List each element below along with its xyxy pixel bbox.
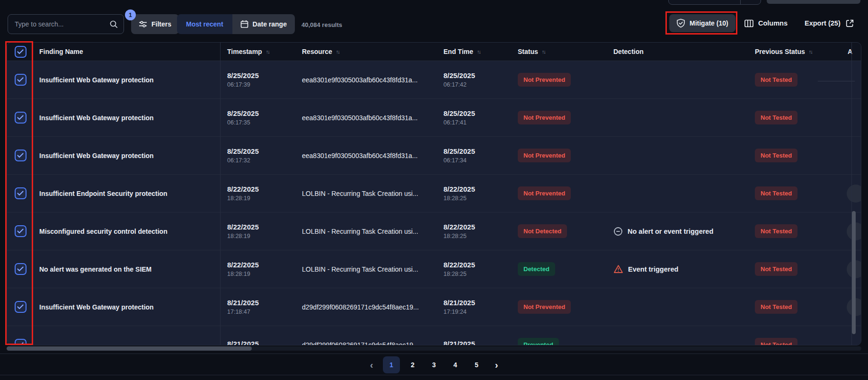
header-resource[interactable]: Resource ↑↓ [291, 48, 436, 55]
select-all-checkbox[interactable] [15, 46, 27, 58]
finding-name: Insufficient Endpoint Security protectio… [34, 190, 220, 197]
sort-arrows-icon[interactable]: ↑↓ [336, 49, 339, 54]
table-row[interactable]: Insufficient Endpoint Security protectio… [7, 174, 861, 212]
partial-input-divider [740, 0, 741, 4]
previous-status-cell: Not Tested [748, 224, 843, 238]
horizontal-scrollbar-thumb[interactable] [7, 346, 252, 351]
row-checkbox[interactable] [15, 112, 27, 124]
export-button[interactable]: Export (25) [805, 14, 854, 32]
previous-status-badge: Not Tested [755, 73, 797, 87]
mitigate-button[interactable]: Mitigate (10) [669, 14, 735, 32]
status-cell: Not Prevented [509, 300, 606, 314]
table-row[interactable]: Insufficient Web Gateway protection 8/21… [7, 288, 861, 326]
sort-arrows-icon[interactable]: ↑↓ [477, 49, 480, 54]
action-circle-button[interactable] [847, 185, 861, 203]
detection-label: Event triggered [628, 265, 678, 273]
export-label: Export (25) [805, 19, 841, 27]
end-time-cell: 8/25/2025 06:17:41 [436, 109, 509, 126]
previous-status-badge: Not Tested [755, 111, 797, 124]
end-time-date: 8/22/2025 [443, 261, 509, 269]
sort-arrows-icon[interactable]: ↑↓ [809, 49, 812, 54]
pagination-page-2[interactable]: 2 [404, 356, 421, 373]
external-link-icon [845, 19, 854, 28]
table-row[interactable]: Insufficient Web Gateway protection 8/25… [7, 98, 861, 136]
table-row[interactable]: Insufficient Web Gateway protection 8/25… [7, 136, 861, 174]
sort-segmented-control: Most recent Date range [177, 14, 295, 34]
timestamp-time: 18:28:19 [227, 195, 291, 202]
resource-value: eea8301e9f0305003afb60c43f8fd31a... [291, 152, 436, 159]
resource-value: LOLBIN - Recurring Task Creation usi... [291, 265, 436, 273]
header-status-label: Status [518, 48, 538, 55]
table-row[interactable]: 8/21/2025 d29df299f0608269171c9dc54f8aec… [7, 326, 861, 345]
timestamp-cell: 8/22/2025 18:28:19 [220, 223, 291, 239]
header-previous-status[interactable]: Previous Status ↑↓ [748, 48, 843, 55]
row-checkbox[interactable] [15, 187, 27, 199]
calendar-icon [240, 20, 248, 28]
detection-cell: No alert or event triggered [606, 227, 748, 236]
header-end-time[interactable]: End Time ↑↓ [436, 48, 509, 55]
pagination-page-5[interactable]: 5 [468, 356, 485, 373]
header-status[interactable]: Status ↑↓ [509, 48, 606, 55]
end-time-time: 06:17:34 [443, 157, 509, 164]
shield-check-icon [676, 18, 685, 28]
end-time-date: 8/25/2025 [443, 109, 509, 117]
status-cell: Prevented [509, 338, 606, 345]
footer-divider [0, 353, 868, 354]
previous-status-cell: Not Tested [748, 262, 843, 276]
sort-arrows-icon[interactable]: ↑↓ [542, 49, 545, 54]
finding-name: Insufficient Web Gateway protection [34, 152, 220, 159]
resource-value: LOLBIN - Recurring Task Creation usi... [291, 190, 436, 197]
row-checkbox-cell [7, 301, 34, 313]
status-badge: Not Prevented [518, 300, 571, 314]
pagination-page-3[interactable]: 3 [425, 356, 443, 373]
timestamp-cell: 8/21/2025 [220, 340, 291, 345]
search-input[interactable] [14, 20, 106, 28]
row-checkbox[interactable] [15, 74, 27, 86]
columns-button[interactable]: Columns [744, 14, 788, 32]
row-checkbox-cell [7, 112, 34, 124]
table-row[interactable]: No alert was generated on the SIEM 8/22/… [7, 250, 861, 288]
filters-label: Filters [151, 20, 171, 28]
resource-value: d29df299f0608269171c9dc54f8aec19... [291, 303, 436, 311]
date-range-button[interactable]: Date range [232, 14, 295, 34]
timestamp-cell: 8/25/2025 06:17:39 [220, 71, 291, 88]
header-finding-name-label: Finding Name [39, 48, 83, 55]
sort-arrows-icon[interactable]: ↑↓ [266, 49, 269, 54]
end-time-date: 8/22/2025 [443, 185, 509, 193]
header-timestamp[interactable]: Timestamp ↑↓ [220, 48, 291, 55]
filter-sliders-icon [139, 20, 147, 28]
header-actions-partial: A [843, 48, 861, 55]
pinned-column-divider [220, 43, 221, 345]
timestamp-cell: 8/25/2025 06:17:35 [220, 109, 291, 126]
timestamp-cell: 8/22/2025 18:28:19 [220, 185, 291, 202]
row-checkbox[interactable] [15, 339, 27, 345]
pagination-prev-icon[interactable]: ‹ [364, 356, 379, 373]
timestamp-cell: 8/25/2025 06:17:32 [220, 147, 291, 164]
partial-top-input[interactable] [668, 0, 761, 5]
pagination-next-icon[interactable]: › [489, 356, 504, 373]
end-time-date: 8/25/2025 [443, 71, 509, 80]
bottom-divider [0, 375, 868, 375]
header-finding-name: Finding Name [34, 48, 220, 55]
search-box[interactable] [8, 14, 124, 34]
table-row[interactable]: Misconfigured security control detection… [7, 212, 861, 250]
status-cell: Not Prevented [509, 149, 606, 162]
vertical-scrollbar[interactable] [852, 211, 856, 334]
skeleton-line [818, 81, 855, 81]
row-checkbox[interactable] [15, 150, 27, 161]
pagination-page-1[interactable]: 1 [383, 356, 400, 373]
row-checkbox[interactable] [15, 301, 27, 313]
filters-button[interactable]: Filters [131, 14, 179, 34]
pagination-page-4[interactable]: 4 [447, 356, 464, 373]
status-cell: Not Detected [509, 224, 606, 238]
end-time-date: 8/25/2025 [443, 147, 509, 155]
status-cell: Detected [509, 262, 606, 276]
row-checkbox[interactable] [15, 225, 27, 237]
partial-top-button[interactable] [767, 0, 860, 4]
row-checkbox[interactable] [15, 263, 27, 275]
most-recent-button[interactable]: Most recent [177, 14, 232, 34]
row-checkbox-cell [7, 74, 34, 86]
columns-label: Columns [758, 19, 788, 27]
table-row[interactable]: Insufficient Web Gateway protection 8/25… [7, 61, 861, 98]
status-cell: Not Prevented [509, 73, 606, 87]
